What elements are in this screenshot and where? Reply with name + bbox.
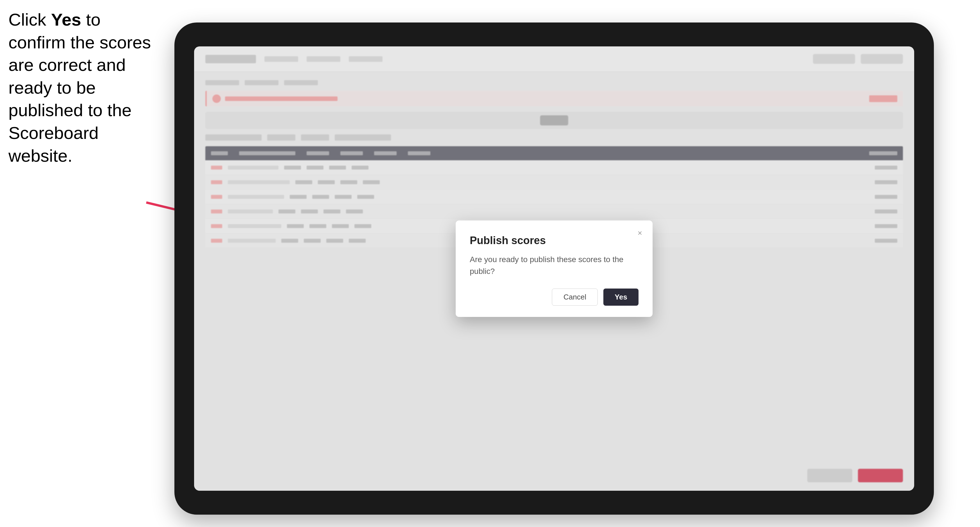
publish-scores-dialog: × Publish scores Are you ready to publis… <box>456 221 652 317</box>
dialog-title: Publish scores <box>470 235 638 247</box>
instruction-text: Click Yes to confirm the scores are corr… <box>8 8 155 167</box>
bold-yes: Yes <box>51 10 81 29</box>
modal-overlay: × Publish scores Are you ready to publis… <box>194 46 914 491</box>
yes-button[interactable]: Yes <box>603 289 638 306</box>
dialog-body: Are you ready to publish these scores to… <box>470 254 638 277</box>
dialog-close-button[interactable]: × <box>634 227 646 239</box>
tablet-device: × Publish scores Are you ready to publis… <box>174 22 934 514</box>
tablet-screen: × Publish scores Are you ready to publis… <box>194 46 914 491</box>
dialog-actions: Cancel Yes <box>470 289 638 306</box>
cancel-button[interactable]: Cancel <box>552 289 598 306</box>
